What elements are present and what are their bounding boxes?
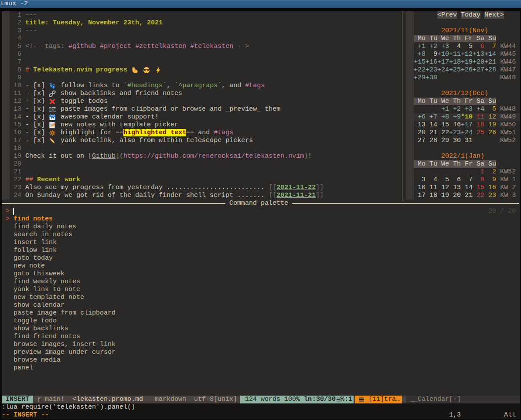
svg-text:17: 17 — [51, 117, 54, 120]
